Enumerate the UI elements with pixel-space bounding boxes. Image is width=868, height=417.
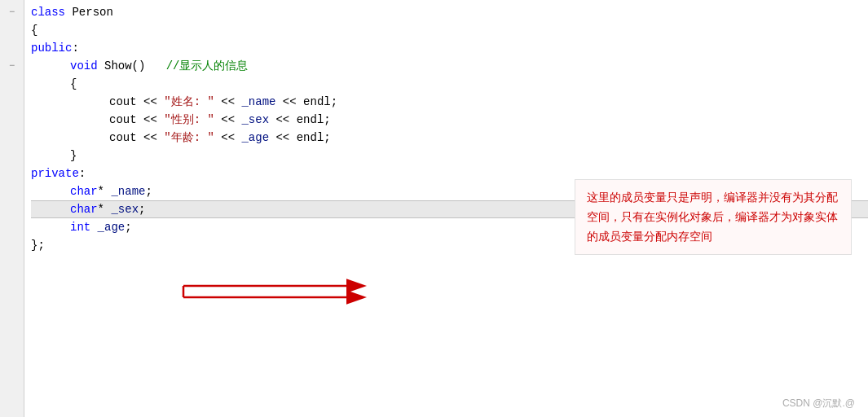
watermark-text: CSDN @沉默.@	[782, 397, 855, 409]
keyword-private: private	[31, 165, 79, 182]
comment-show: //显示人的信息	[166, 57, 249, 75]
class-end: };	[31, 236, 45, 254]
var-age: _age	[241, 129, 269, 147]
str-sex: "性别: "	[164, 111, 214, 129]
var-sex: _sex	[241, 111, 269, 129]
code-editor: − − class Person {	[0, 0, 868, 417]
method-show: Show()	[104, 57, 166, 75]
collapse-icon-4[interactable]: −	[9, 57, 15, 75]
cout-3: cout	[109, 129, 143, 147]
keyword-int: int	[70, 218, 98, 236]
code-line-7: cout << "性别: " << _sex << endl;	[31, 111, 868, 129]
collapse-icon-1[interactable]: −	[9, 3, 15, 21]
code-lines: class Person { public: void Show() //显示人…	[24, 0, 868, 417]
cout-1: cout	[109, 93, 143, 111]
code-line-6: cout << "姓名: " << _name << endl;	[31, 93, 868, 111]
brace-close-2: }	[70, 147, 77, 165]
annotation-box: 这里的成员变量只是声明，编译器并没有为其分配空间，只有在实例化对象后，编译器才为…	[575, 179, 852, 255]
keyword-char-2: char	[70, 200, 98, 218]
brace-open-1: {	[31, 21, 37, 39]
code-line-1: class Person	[31, 3, 868, 21]
str-age: "年龄: "	[164, 129, 214, 147]
editor-gutter: − −	[0, 0, 24, 417]
member-name: _name	[111, 182, 145, 200]
code-line-5: {	[31, 75, 868, 93]
var-name: _name	[241, 93, 275, 111]
brace-open-2: {	[70, 75, 77, 93]
member-sex: _sex	[111, 200, 139, 218]
annotation-text: 这里的成员变量只是声明，编译器并没有为其分配空间，只有在实例化对象后，编译器才为…	[587, 191, 838, 243]
classname-person: Person	[72, 3, 112, 21]
code-line-2: {	[31, 21, 868, 39]
colon-public: :	[72, 39, 78, 57]
code-line-8: cout << "年龄: " << _age << endl;	[31, 129, 868, 147]
colon-private: :	[79, 165, 86, 182]
str-name: "姓名: "	[164, 93, 214, 111]
csdn-watermark: CSDN @沉默.@	[782, 396, 855, 410]
code-line-3: public:	[31, 39, 868, 57]
code-line-4: void Show() //显示人的信息	[31, 57, 868, 75]
keyword-public: public	[31, 39, 72, 57]
code-line-9: }	[31, 147, 868, 165]
editor-window: − − class Person {	[0, 0, 868, 417]
cout-2: cout	[109, 111, 143, 129]
keyword-char-1: char	[70, 182, 98, 200]
keyword-void: void	[70, 57, 104, 75]
member-age: _age	[98, 218, 126, 236]
annotation-arrow	[183, 279, 371, 304]
keyword-class: class	[31, 3, 72, 21]
